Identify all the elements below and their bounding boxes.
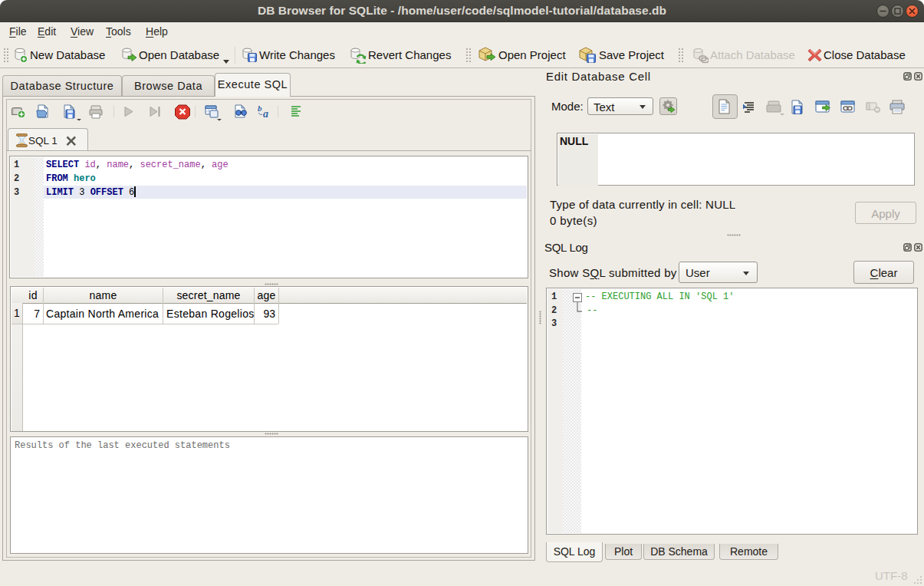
svg-text:b: b [258,104,262,113]
svg-text:a: a [263,108,268,120]
